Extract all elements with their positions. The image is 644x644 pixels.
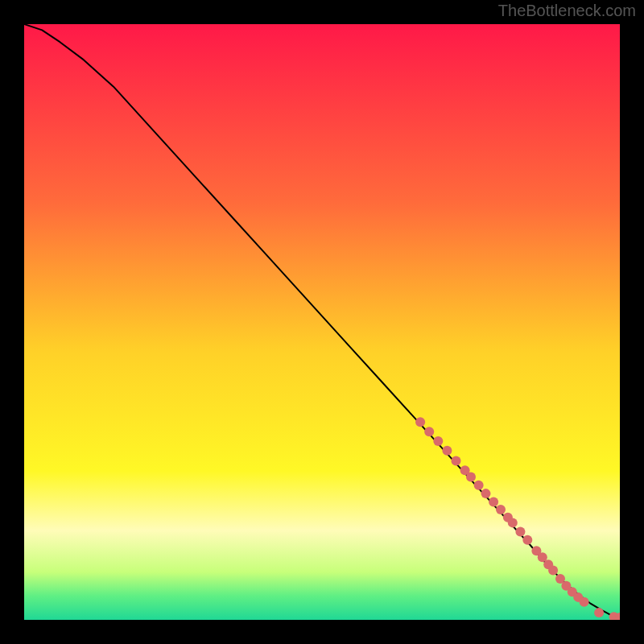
data-point xyxy=(508,518,518,527)
data-point xyxy=(433,436,443,446)
data-point xyxy=(466,472,476,481)
watermark-text: TheBottleneck.com xyxy=(498,2,636,20)
gradient-background xyxy=(24,24,620,620)
data-point xyxy=(481,489,491,498)
data-point xyxy=(452,456,461,465)
data-point xyxy=(594,608,604,617)
data-point xyxy=(522,535,532,545)
data-point xyxy=(580,597,589,607)
plot-area xyxy=(24,24,620,620)
data-point xyxy=(489,497,498,506)
data-point xyxy=(548,566,558,576)
data-point xyxy=(442,446,452,456)
chart-svg xyxy=(24,24,620,620)
data-point xyxy=(415,417,425,427)
data-point xyxy=(515,526,525,536)
chart-container: TheBottleneck.com xyxy=(0,0,644,644)
data-point xyxy=(424,427,434,436)
data-point xyxy=(474,481,484,490)
data-point xyxy=(496,505,506,514)
